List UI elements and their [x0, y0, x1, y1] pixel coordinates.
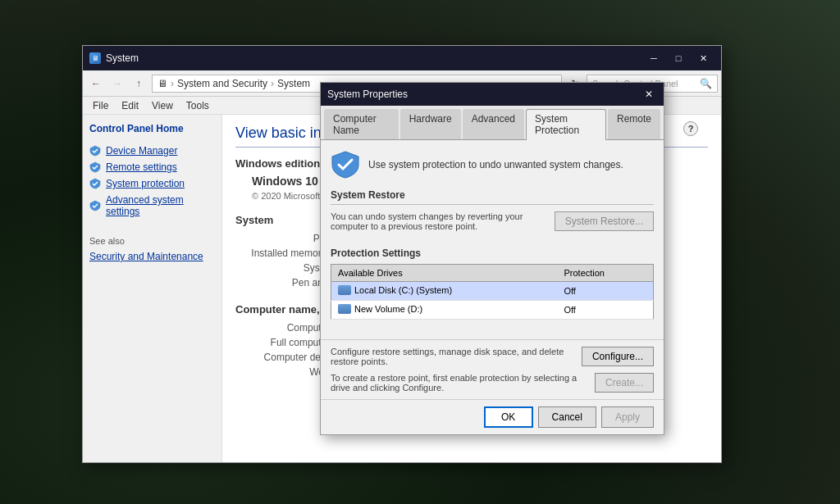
system-restore-row: System Restore... You can undo system ch… [331, 211, 654, 238]
sidebar: Control Panel Home Device Manager Remote… [83, 115, 222, 462]
dialog-title-bar: System Properties ✕ [321, 83, 664, 106]
drive-c-cell: Local Disk (C:) (System) [331, 282, 558, 301]
title-bar: 🖥 System ─ □ ✕ [83, 46, 721, 70]
system-restore-section: System Restore System Restore... You can… [331, 189, 654, 238]
dialog-shield-icon [331, 150, 360, 179]
advanced-settings-icon [89, 200, 101, 211]
tab-advanced[interactable]: Advanced [463, 109, 524, 139]
configure-desc: Configure restore settings, manage disk … [331, 347, 575, 366]
system-restore-button[interactable]: System Restore... [555, 211, 654, 231]
tab-system-protection[interactable]: System Protection [526, 109, 606, 140]
minimize-button[interactable]: ─ [642, 50, 665, 66]
sidebar-security-maintenance[interactable]: Security and Maintenance [89, 249, 215, 264]
search-icon: 🔍 [700, 78, 712, 89]
sidebar-item-device-manager[interactable]: Device Manager [89, 143, 215, 159]
create-row: To create a restore point, first enable … [331, 373, 654, 393]
forward-button[interactable]: → [107, 74, 127, 93]
maximize-button[interactable]: □ [667, 50, 690, 66]
menu-file[interactable]: File [86, 98, 115, 113]
system-window-icon: 🖥 [89, 52, 101, 64]
protection-settings-title: Protection Settings [331, 247, 654, 259]
title-bar-controls: ─ □ ✕ [642, 50, 714, 66]
help-button[interactable]: ? [683, 121, 698, 136]
breadcrumb-icon: 🖥 [158, 78, 167, 89]
dialog-close-button[interactable]: ✕ [641, 87, 657, 102]
sidebar-item-advanced-settings[interactable]: Advanced system settings [89, 192, 215, 220]
dialog-header-desc: Use system protection to undo unwanted s… [368, 159, 623, 170]
cancel-button[interactable]: Cancel [538, 406, 596, 428]
configure-row: Configure restore settings, manage disk … [331, 347, 654, 366]
window-title: System [106, 52, 139, 64]
menu-view[interactable]: View [145, 98, 180, 113]
window-close-button[interactable]: ✕ [692, 50, 714, 66]
sidebar-label-device-manager: Device Manager [106, 145, 177, 157]
table-row[interactable]: Local Disk (C:) (System) Off [331, 282, 654, 301]
drive-d-cell: New Volume (D:) [331, 301, 558, 320]
ok-button[interactable]: OK [484, 406, 533, 428]
menu-edit[interactable]: Edit [115, 98, 145, 113]
system-properties-dialog: System Properties ✕ Computer Name Hardwa… [320, 82, 664, 435]
apply-button[interactable]: Apply [601, 406, 654, 428]
remote-settings-icon [89, 161, 101, 173]
protection-c-cell: Off [557, 282, 653, 301]
hdd-icon-c [338, 285, 351, 295]
hdd-icon-d [338, 304, 351, 314]
table-row[interactable]: New Volume (D:) Off [331, 301, 654, 320]
sidebar-control-panel-home[interactable]: Control Panel Home [89, 123, 215, 134]
dialog-title: System Properties [327, 89, 408, 100]
protection-d-cell: Off [557, 301, 653, 320]
protection-table: Available Drives Protection Local Disk (… [331, 264, 654, 320]
title-bar-left: 🖥 System [89, 52, 139, 64]
protection-settings-section: Protection Settings Available Drives Pro… [331, 247, 654, 320]
col-protection: Protection [557, 265, 653, 282]
back-button[interactable]: ← [86, 74, 106, 93]
tab-hardware[interactable]: Hardware [400, 109, 461, 139]
sidebar-label-remote-settings: Remote settings [106, 161, 177, 173]
see-also-title: See also [89, 236, 215, 246]
sidebar-label-system-protection: System protection [106, 178, 185, 189]
tabs-bar: Computer Name Hardware Advanced System P… [321, 106, 664, 140]
up-button[interactable]: ↑ [129, 74, 148, 93]
sidebar-label-advanced-settings: Advanced system settings [106, 194, 215, 217]
system-protection-icon [89, 178, 101, 189]
dialog-buttons: OK Cancel Apply [321, 399, 664, 434]
device-manager-icon [89, 145, 101, 157]
dialog-header: Use system protection to undo unwanted s… [331, 150, 654, 179]
system-restore-title: System Restore [331, 189, 654, 201]
create-desc: To create a restore point, first enable … [331, 373, 588, 393]
sidebar-item-remote-settings[interactable]: Remote settings [89, 159, 215, 175]
breadcrumb-system-security[interactable]: System and Security [177, 78, 267, 89]
menu-tools[interactable]: Tools [180, 98, 216, 113]
create-button[interactable]: Create... [595, 373, 654, 393]
tab-remote[interactable]: Remote [608, 109, 660, 139]
configure-button[interactable]: Configure... [582, 347, 654, 366]
col-available-drives: Available Drives [331, 265, 558, 282]
breadcrumb-system[interactable]: System [277, 78, 310, 89]
sidebar-item-system-protection[interactable]: System protection [89, 175, 215, 192]
dialog-content: Use system protection to undo unwanted s… [321, 140, 664, 339]
tab-computer-name[interactable]: Computer Name [324, 109, 399, 139]
divider-1 [331, 204, 654, 205]
configure-section: Configure restore settings, manage disk … [321, 339, 664, 399]
